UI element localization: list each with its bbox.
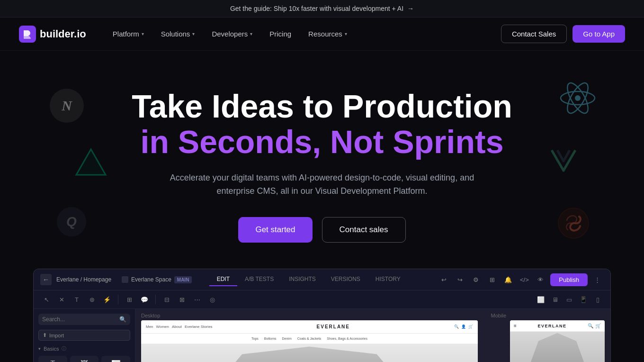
hero-title-accent: in Seconds, Not Sprints	[19, 124, 625, 160]
editor-tab-abtests[interactable]: A/B TESTS	[237, 273, 281, 286]
import-icon: ⬆	[43, 332, 47, 338]
nextjs-icon: N	[50, 89, 84, 123]
multi-device-icon[interactable]: ⬜	[535, 293, 547, 306]
mobile-device-icon[interactable]: 📱	[577, 293, 590, 306]
text-component[interactable]: T Text	[38, 356, 67, 362]
toolbar-separator-2	[155, 295, 156, 304]
editor-space: Everlane Space MAIN	[122, 276, 192, 283]
toolbar-separator	[118, 295, 118, 304]
top-banner[interactable]: Get the guide: Ship 10x faster with visu…	[0, 0, 644, 18]
editor-breadcrumb: Everlane / Homepage	[56, 276, 111, 283]
space-icon	[122, 276, 128, 283]
button-component[interactable]: ⬜ Button	[101, 356, 130, 362]
undo-icon[interactable]: ↩	[438, 273, 450, 286]
banner-arrow: →	[407, 5, 414, 12]
table-tool-icon[interactable]: ⊞	[123, 293, 135, 306]
import-button[interactable]: ⬆ Import	[38, 330, 130, 341]
small-mobile-icon[interactable]: ▯	[591, 293, 604, 306]
basics-section: ▾ Basics ⓘ	[38, 345, 130, 352]
mobile-hero-image	[510, 332, 605, 362]
device-group: ⬜ 🖥 ▭ 📱 ▯	[535, 293, 604, 306]
image-component-icon: 🖼	[80, 360, 88, 362]
nav-links: Platform ▾ Solutions ▾ Developers ▾ Pric…	[105, 26, 501, 42]
target-tool-icon[interactable]: ◎	[206, 293, 218, 306]
mobile-frame: ≡ EVERLANE 🔍🛒	[510, 320, 605, 362]
editor-canvas: Desktop Mobile Men Women About Everlane …	[135, 309, 610, 362]
svelte-icon	[557, 207, 590, 239]
search-input[interactable]	[42, 316, 116, 323]
tablet-device-icon[interactable]: ▭	[563, 293, 575, 306]
desktop-second-nav: Tops Bottoms Denim Coats & Jackets Shoes…	[141, 334, 478, 344]
text-component-icon: T	[50, 360, 55, 362]
editor-space-label: Everlane Space	[131, 276, 171, 283]
svg-marker-5	[76, 149, 106, 175]
solutions-chevron-icon: ▾	[192, 31, 195, 36]
more-tool-icon[interactable]: ⋯	[191, 293, 203, 306]
notification-icon[interactable]: 🔔	[502, 273, 514, 286]
section-collapse-icon[interactable]: ▾	[38, 346, 41, 351]
contact-sales-hero-button[interactable]: Contact sales	[322, 217, 406, 243]
mobile-topbar: ≡ EVERLANE 🔍🛒	[510, 320, 605, 332]
desktop-model-silhouette	[141, 344, 478, 362]
nav-developers[interactable]: Developers ▾	[204, 26, 260, 42]
grid-tool-icon[interactable]: ⊟	[161, 293, 173, 306]
quill-icon: Q	[57, 207, 86, 236]
editor-topbar: ← Everlane / Homepage Everlane Space MAI…	[34, 269, 610, 290]
get-started-button[interactable]: Get started	[238, 217, 312, 243]
hero-section: N Q Take Ideas to Product	[0, 51, 644, 362]
vue-icon	[547, 143, 580, 176]
grid-icon[interactable]: ⊞	[486, 273, 498, 286]
sidebar-search: 🔍	[38, 314, 130, 325]
editor-tab-history[interactable]: HISTORY	[368, 273, 408, 286]
settings-icon[interactable]: ⚙	[470, 273, 482, 286]
layers-tool-icon[interactable]: ⊛	[86, 293, 98, 306]
nav-platform[interactable]: Platform ▾	[105, 26, 152, 42]
code-icon[interactable]: </>	[518, 273, 530, 286]
mobile-canvas-label: Mobile	[491, 313, 506, 318]
editor-tab-edit[interactable]: EDIT	[209, 273, 237, 286]
desktop-content: Men Women About Everlane Stories EVERLAN…	[141, 320, 478, 362]
editor-space-badge: MAIN	[174, 276, 192, 283]
publish-button[interactable]: Publish	[550, 273, 588, 286]
eye-icon[interactable]: 👁	[534, 273, 546, 286]
nuxt-icon	[73, 145, 109, 181]
svg-point-1	[575, 95, 581, 101]
more-options-icon[interactable]: ⋮	[591, 273, 604, 286]
image-component[interactable]: 🖼 Image	[70, 356, 99, 362]
type-tool-icon[interactable]: T	[71, 293, 83, 306]
split-tool-icon[interactable]: ⊠	[176, 293, 188, 306]
developers-chevron-icon: ▾	[250, 31, 252, 36]
desktop-nav-icons: 🔍👤🛒	[454, 325, 473, 329]
cursor-tool-icon[interactable]: ↖	[40, 293, 53, 306]
nav-resources[interactable]: Resources ▾	[301, 26, 355, 42]
editor-actions: ↩ ↪ ⚙ ⊞ 🔔 </> 👁 Publish ⋮	[438, 273, 604, 286]
logo-text: builder.io	[40, 28, 86, 40]
app-preview: ← Everlane / Homepage Everlane Space MAI…	[33, 269, 611, 362]
import-label: Import	[49, 333, 64, 338]
desktop-canvas-label: Desktop	[141, 313, 160, 318]
contact-sales-button[interactable]: Contact Sales	[501, 25, 567, 43]
hero-title: Take Ideas to Production in Seconds, Not…	[19, 89, 625, 160]
nav-ctas: Contact Sales Go to App	[501, 25, 625, 43]
logo[interactable]: builder.io	[19, 26, 86, 43]
comment-tool-icon[interactable]: 💬	[138, 293, 151, 306]
mobile-nav-icons: 🔍🛒	[588, 323, 601, 328]
editor-back-button[interactable]: ←	[40, 274, 52, 285]
redo-icon[interactable]: ↪	[454, 273, 466, 286]
nav-solutions[interactable]: Solutions ▾	[153, 26, 203, 42]
editor-tab-insights[interactable]: INSIGHTS	[281, 273, 323, 286]
desktop-frame: Men Women About Everlane Stories EVERLAN…	[141, 320, 478, 362]
move-tool-icon[interactable]: ✕	[55, 293, 68, 306]
nav-pricing[interactable]: Pricing	[262, 26, 299, 42]
editor-sidebar: 🔍 ⬆ Import ▾ Basics ⓘ T Text	[34, 309, 135, 362]
go-to-app-button[interactable]: Go to App	[572, 25, 625, 43]
search-icon: 🔍	[119, 316, 126, 323]
zap-tool-icon[interactable]: ⚡	[101, 293, 113, 306]
basics-label: Basics	[44, 346, 59, 352]
resources-chevron-icon: ▾	[345, 31, 347, 36]
button-component-icon: ⬜	[111, 360, 121, 362]
editor-tab-versions[interactable]: VERSIONS	[323, 273, 368, 286]
banner-text: Get the guide: Ship 10x faster with visu…	[230, 5, 403, 12]
react-icon	[559, 79, 597, 117]
desktop-device-icon[interactable]: 🖥	[549, 293, 561, 306]
